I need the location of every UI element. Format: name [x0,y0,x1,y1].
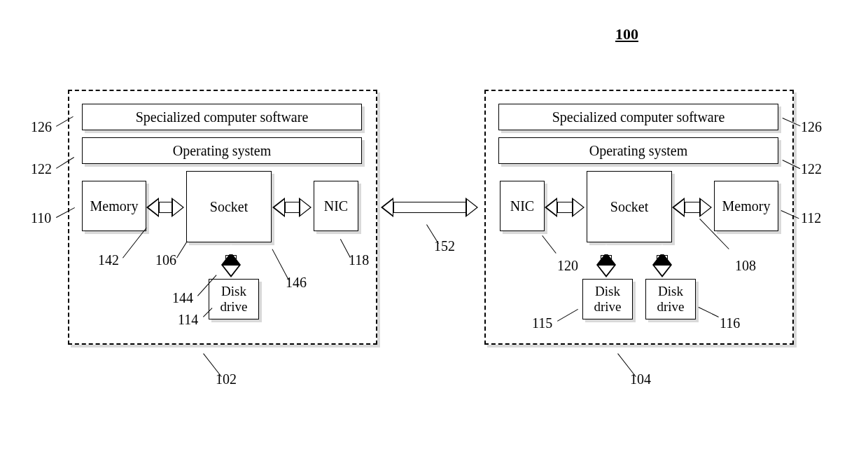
node-102-socket: Socket [186,171,272,242]
ref-146: 146 [286,275,307,291]
figure-ref-100: 100 [615,25,638,43]
arrow-nic-socket-r [545,198,585,217]
label: Socket [610,199,648,215]
leader-102 [203,353,222,377]
label: Disk drive [209,284,258,315]
node-104-nic: NIC [500,181,545,231]
ref-122-left: 122 [31,161,52,177]
node-102-nic: NIC [314,181,358,231]
ref-114: 114 [178,312,198,328]
label: NIC [510,198,534,214]
label: Operating system [589,143,688,159]
label: Memory [90,198,139,214]
label: Operating system [173,143,272,159]
label: Memory [722,198,771,214]
node-102-software: Specialized computer software [82,104,362,130]
label: Socket [210,199,248,215]
arrow-socket-disk1-r [596,242,616,277]
arrow-144 [221,242,241,277]
ref-106: 106 [155,252,176,268]
ref-115: 115 [532,315,552,331]
ref-144: 144 [172,290,193,306]
label: Specialized computer software [552,109,725,125]
label: NIC [324,198,348,214]
ref-112: 112 [801,210,821,226]
arrow-146 [272,198,312,217]
arrow-152 [381,198,479,217]
label: Disk drive [646,284,695,315]
diagram-stage: 100 Specialized computer software Operat… [0,0,868,454]
ref-126-right: 126 [801,119,822,135]
node-104-os: Operating system [498,137,778,164]
ref-142: 142 [98,252,119,268]
ref-120: 120 [557,258,578,274]
label: Disk drive [583,284,632,315]
node-104-memory: Memory [714,181,778,231]
ref-116: 116 [720,315,740,331]
leader-152 [426,224,439,244]
ref-110: 110 [31,210,51,226]
leader-104 [617,353,636,377]
ref-122-right: 122 [801,161,822,177]
node-102-memory: Memory [82,181,146,231]
arrow-socket-disk2-r [652,242,672,277]
arrow-socket-mem-r [672,198,713,217]
arrow-142 [146,198,185,217]
label: Specialized computer software [136,109,309,125]
node-102-os: Operating system [82,137,362,164]
node-104-software: Specialized computer software [498,104,778,130]
ref-118: 118 [349,252,369,268]
ref-108: 108 [735,258,756,274]
ref-126-left: 126 [31,119,52,135]
node-104-socket: Socket [587,171,672,242]
